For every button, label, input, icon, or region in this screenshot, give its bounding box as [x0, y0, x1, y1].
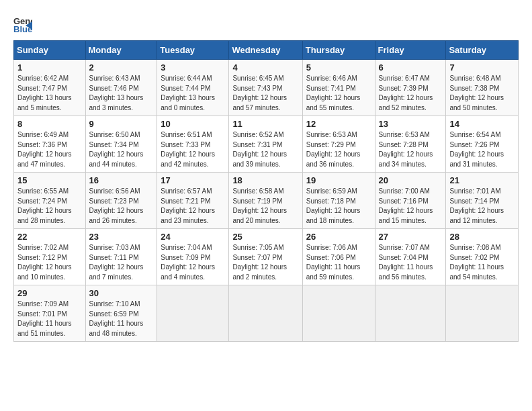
table-row — [302, 285, 375, 342]
table-row: 12Sunrise: 6:53 AMSunset: 7:29 PMDayligh… — [302, 116, 375, 173]
day-number: 22 — [17, 232, 82, 242]
day-number: 14 — [449, 119, 515, 129]
day-info: Sunrise: 6:48 AMSunset: 7:38 PMDaylight:… — [449, 74, 515, 113]
table-row: 11Sunrise: 6:52 AMSunset: 7:31 PMDayligh… — [229, 116, 302, 173]
table-row: 22Sunrise: 7:02 AMSunset: 7:12 PMDayligh… — [14, 229, 86, 285]
table-row: 24Sunrise: 7:04 AMSunset: 7:09 PMDayligh… — [157, 229, 229, 285]
day-number: 7 — [449, 62, 515, 73]
day-number: 28 — [449, 232, 515, 242]
col-thursday: Thursday — [302, 41, 375, 60]
day-info: Sunrise: 6:51 AMSunset: 7:33 PMDaylight:… — [161, 130, 225, 169]
calendar-header-row: Sunday Monday Tuesday Wednesday Thursday… — [14, 41, 519, 60]
day-number: 13 — [379, 119, 443, 129]
table-row — [157, 285, 229, 342]
day-info: Sunrise: 7:00 AMSunset: 7:16 PMDaylight:… — [379, 187, 443, 226]
table-row: 29Sunrise: 7:09 AMSunset: 7:01 PMDayligh… — [14, 285, 86, 342]
day-info: Sunrise: 6:47 AMSunset: 7:39 PMDaylight:… — [379, 74, 443, 113]
table-row: 26Sunrise: 7:06 AMSunset: 7:06 PMDayligh… — [302, 229, 375, 285]
week-row-2: 8Sunrise: 6:49 AMSunset: 7:36 PMDaylight… — [14, 116, 519, 173]
day-number: 6 — [379, 62, 443, 73]
day-info: Sunrise: 7:05 AMSunset: 7:07 PMDaylight:… — [232, 243, 298, 282]
day-number: 10 — [161, 119, 225, 129]
day-info: Sunrise: 6:59 AMSunset: 7:18 PMDaylight:… — [306, 187, 371, 226]
table-row: 7Sunrise: 6:48 AMSunset: 7:38 PMDaylight… — [446, 60, 519, 116]
day-info: Sunrise: 7:10 AMSunset: 6:59 PMDaylight:… — [89, 300, 154, 338]
col-sunday: Sunday — [14, 41, 86, 60]
day-number: 12 — [306, 119, 371, 129]
day-number: 26 — [306, 232, 371, 242]
day-number: 9 — [89, 119, 154, 129]
table-row: 14Sunrise: 6:54 AMSunset: 7:26 PMDayligh… — [446, 116, 519, 173]
day-info: Sunrise: 6:52 AMSunset: 7:31 PMDaylight:… — [232, 130, 298, 169]
table-row: 6Sunrise: 6:47 AMSunset: 7:39 PMDaylight… — [375, 60, 446, 116]
week-row-3: 15Sunrise: 6:55 AMSunset: 7:24 PMDayligh… — [14, 173, 519, 229]
day-info: Sunrise: 6:57 AMSunset: 7:21 PMDaylight:… — [161, 187, 225, 226]
day-number: 17 — [161, 175, 225, 185]
day-number: 19 — [306, 175, 371, 185]
day-info: Sunrise: 6:54 AMSunset: 7:26 PMDaylight:… — [449, 130, 515, 169]
day-info: Sunrise: 6:46 AMSunset: 7:41 PMDaylight:… — [306, 74, 371, 113]
table-row: 19Sunrise: 6:59 AMSunset: 7:18 PMDayligh… — [302, 173, 375, 229]
day-number: 3 — [161, 62, 225, 73]
week-row-1: 1Sunrise: 6:42 AMSunset: 7:47 PMDaylight… — [14, 60, 519, 116]
calendar-table: Sunday Monday Tuesday Wednesday Thursday… — [13, 40, 519, 342]
day-number: 24 — [161, 232, 225, 242]
table-row: 5Sunrise: 6:46 AMSunset: 7:41 PMDaylight… — [302, 60, 375, 116]
day-info: Sunrise: 7:02 AMSunset: 7:12 PMDaylight:… — [17, 243, 82, 282]
table-row: 8Sunrise: 6:49 AMSunset: 7:36 PMDaylight… — [14, 116, 86, 173]
day-info: Sunrise: 6:58 AMSunset: 7:19 PMDaylight:… — [232, 187, 298, 226]
day-number: 1 — [17, 62, 82, 73]
day-number: 5 — [306, 62, 371, 73]
day-info: Sunrise: 7:08 AMSunset: 7:02 PMDaylight:… — [449, 243, 515, 282]
table-row: 16Sunrise: 6:56 AMSunset: 7:23 PMDayligh… — [85, 173, 157, 229]
day-info: Sunrise: 6:45 AMSunset: 7:43 PMDaylight:… — [232, 74, 298, 113]
table-row — [446, 285, 519, 342]
logo: General Blue — [13, 15, 35, 34]
table-row: 27Sunrise: 7:07 AMSunset: 7:04 PMDayligh… — [375, 229, 446, 285]
week-row-5: 29Sunrise: 7:09 AMSunset: 7:01 PMDayligh… — [14, 285, 519, 342]
day-number: 23 — [89, 232, 154, 242]
table-row: 2Sunrise: 6:43 AMSunset: 7:46 PMDaylight… — [85, 60, 157, 116]
day-number: 20 — [379, 175, 443, 185]
day-number: 30 — [89, 288, 154, 298]
table-row: 20Sunrise: 7:00 AMSunset: 7:16 PMDayligh… — [375, 173, 446, 229]
day-number: 25 — [232, 232, 298, 242]
table-row — [375, 285, 446, 342]
table-row: 15Sunrise: 6:55 AMSunset: 7:24 PMDayligh… — [14, 173, 86, 229]
day-number: 15 — [17, 175, 82, 185]
col-tuesday: Tuesday — [157, 41, 229, 60]
table-row: 23Sunrise: 7:03 AMSunset: 7:11 PMDayligh… — [85, 229, 157, 285]
day-info: Sunrise: 6:56 AMSunset: 7:23 PMDaylight:… — [89, 187, 154, 226]
table-row: 3Sunrise: 6:44 AMSunset: 7:44 PMDaylight… — [157, 60, 229, 116]
col-saturday: Saturday — [446, 41, 519, 60]
table-row — [229, 285, 302, 342]
week-row-4: 22Sunrise: 7:02 AMSunset: 7:12 PMDayligh… — [14, 229, 519, 285]
day-number: 29 — [17, 288, 82, 298]
day-info: Sunrise: 6:53 AMSunset: 7:29 PMDaylight:… — [306, 130, 371, 169]
day-info: Sunrise: 6:49 AMSunset: 7:36 PMDaylight:… — [17, 130, 82, 169]
day-info: Sunrise: 7:04 AMSunset: 7:09 PMDaylight:… — [161, 243, 225, 282]
table-row: 4Sunrise: 6:45 AMSunset: 7:43 PMDaylight… — [229, 60, 302, 116]
col-wednesday: Wednesday — [229, 41, 302, 60]
day-info: Sunrise: 6:55 AMSunset: 7:24 PMDaylight:… — [17, 187, 82, 226]
table-row: 30Sunrise: 7:10 AMSunset: 6:59 PMDayligh… — [85, 285, 157, 342]
day-number: 27 — [379, 232, 443, 242]
page: General Blue Sunday Monday Tuesday Wedne… — [0, 0, 532, 349]
table-row: 25Sunrise: 7:05 AMSunset: 7:07 PMDayligh… — [229, 229, 302, 285]
table-row: 18Sunrise: 6:58 AMSunset: 7:19 PMDayligh… — [229, 173, 302, 229]
table-row: 13Sunrise: 6:53 AMSunset: 7:28 PMDayligh… — [375, 116, 446, 173]
table-row: 21Sunrise: 7:01 AMSunset: 7:14 PMDayligh… — [446, 173, 519, 229]
col-friday: Friday — [375, 41, 446, 60]
logo-icon: General Blue — [13, 15, 32, 34]
day-info: Sunrise: 7:07 AMSunset: 7:04 PMDaylight:… — [379, 243, 443, 282]
col-monday: Monday — [85, 41, 157, 60]
table-row: 1Sunrise: 6:42 AMSunset: 7:47 PMDaylight… — [14, 60, 86, 116]
day-info: Sunrise: 6:44 AMSunset: 7:44 PMDaylight:… — [161, 74, 225, 113]
day-number: 21 — [449, 175, 515, 185]
table-row: 10Sunrise: 6:51 AMSunset: 7:33 PMDayligh… — [157, 116, 229, 173]
day-info: Sunrise: 7:06 AMSunset: 7:06 PMDaylight:… — [306, 243, 371, 282]
day-info: Sunrise: 6:43 AMSunset: 7:46 PMDaylight:… — [89, 74, 154, 113]
day-info: Sunrise: 7:01 AMSunset: 7:14 PMDaylight:… — [449, 187, 515, 226]
day-number: 16 — [89, 175, 154, 185]
table-row: 9Sunrise: 6:50 AMSunset: 7:34 PMDaylight… — [85, 116, 157, 173]
